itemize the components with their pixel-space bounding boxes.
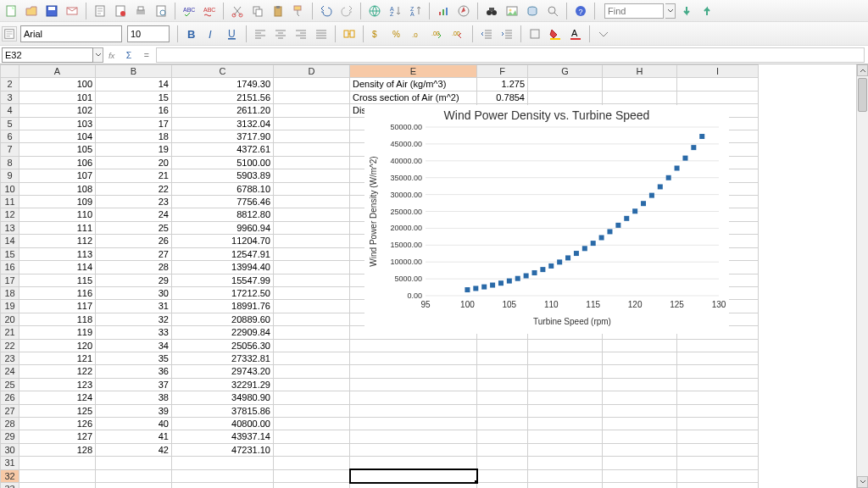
cell[interactable]: 128 bbox=[19, 443, 96, 456]
cell[interactable] bbox=[603, 469, 677, 482]
cell[interactable] bbox=[603, 483, 677, 489]
cell[interactable] bbox=[350, 443, 477, 456]
cell[interactable]: 27 bbox=[96, 247, 172, 260]
cell[interactable]: 40800.00 bbox=[172, 417, 274, 430]
cell[interactable] bbox=[603, 430, 677, 443]
cell[interactable] bbox=[528, 404, 603, 417]
cell[interactable] bbox=[274, 352, 350, 364]
navigator-icon[interactable] bbox=[454, 2, 473, 20]
row-header[interactable]: 29 bbox=[1, 430, 19, 443]
formula-input[interactable] bbox=[156, 47, 865, 63]
cell[interactable]: 15 bbox=[96, 91, 172, 103]
row-header[interactable]: 14 bbox=[1, 235, 19, 247]
row-header[interactable]: 6 bbox=[1, 130, 19, 143]
cell[interactable] bbox=[677, 365, 759, 378]
cell[interactable]: 110 bbox=[19, 208, 96, 221]
cell[interactable] bbox=[528, 391, 603, 404]
cell[interactable]: 15547.99 bbox=[172, 274, 274, 286]
cell[interactable] bbox=[19, 483, 96, 489]
cell[interactable]: 19 bbox=[96, 143, 172, 156]
cell[interactable] bbox=[350, 352, 477, 364]
cell[interactable]: 120 bbox=[19, 339, 96, 352]
styles-icon[interactable] bbox=[2, 26, 17, 42]
find-input[interactable] bbox=[604, 3, 664, 19]
cell[interactable] bbox=[274, 313, 350, 325]
find-prev-up-icon[interactable] bbox=[698, 2, 716, 20]
cell[interactable]: 12547.91 bbox=[172, 247, 274, 260]
datasources-icon[interactable] bbox=[523, 2, 542, 20]
cell[interactable] bbox=[528, 339, 603, 352]
row-header[interactable]: 24 bbox=[1, 365, 19, 378]
cell[interactable]: 119 bbox=[19, 326, 96, 339]
cell[interactable]: 22909.84 bbox=[172, 326, 274, 339]
preview-icon[interactable] bbox=[152, 2, 170, 20]
row-header[interactable]: 12 bbox=[1, 208, 19, 221]
row-header[interactable]: 22 bbox=[1, 339, 19, 352]
cell[interactable]: 122 bbox=[19, 365, 96, 378]
cell[interactable] bbox=[274, 182, 350, 195]
col-header-H[interactable]: H bbox=[603, 65, 677, 78]
fx-wizard-icon[interactable]: fx bbox=[105, 47, 122, 63]
row-header[interactable]: 30 bbox=[1, 443, 19, 456]
cell[interactable] bbox=[274, 469, 350, 482]
find-dropdown-icon[interactable] bbox=[665, 3, 676, 19]
cell[interactable] bbox=[274, 143, 350, 156]
equals-icon[interactable]: = bbox=[139, 47, 156, 63]
row-header[interactable]: 11 bbox=[1, 196, 19, 208]
cell[interactable]: 106 bbox=[19, 156, 96, 169]
cell[interactable] bbox=[677, 378, 759, 391]
cell[interactable]: 104 bbox=[19, 130, 96, 143]
cell[interactable]: 116 bbox=[19, 286, 96, 299]
cell[interactable] bbox=[274, 404, 350, 417]
cell[interactable] bbox=[477, 483, 528, 489]
cell[interactable]: 30 bbox=[96, 286, 172, 299]
cell[interactable]: 100 bbox=[19, 78, 96, 91]
sum-icon[interactable]: Σ bbox=[122, 47, 139, 63]
gallery-icon[interactable] bbox=[503, 2, 521, 20]
cell[interactable] bbox=[172, 483, 274, 489]
find-next-down-icon[interactable] bbox=[677, 2, 696, 20]
cell[interactable]: 37 bbox=[96, 378, 172, 391]
col-header-E[interactable]: E bbox=[350, 65, 477, 78]
cell[interactable]: 124 bbox=[19, 391, 96, 404]
cell[interactable] bbox=[477, 378, 528, 391]
cell[interactable]: 121 bbox=[19, 352, 96, 364]
cell[interactable]: 105 bbox=[19, 143, 96, 156]
cell[interactable]: 14 bbox=[96, 78, 172, 91]
cell[interactable] bbox=[274, 208, 350, 221]
cell[interactable] bbox=[528, 352, 603, 364]
cell[interactable]: 8812.80 bbox=[172, 208, 274, 221]
cell[interactable] bbox=[274, 196, 350, 208]
cell[interactable]: 22 bbox=[96, 182, 172, 195]
underline-icon[interactable]: U bbox=[223, 25, 242, 43]
format-paint-icon[interactable] bbox=[289, 2, 308, 20]
cell[interactable]: 113 bbox=[19, 247, 96, 260]
cell[interactable] bbox=[603, 378, 677, 391]
cell[interactable]: 11204.70 bbox=[172, 235, 274, 247]
cell[interactable]: 23 bbox=[96, 196, 172, 208]
cell[interactable] bbox=[528, 91, 603, 103]
cell[interactable]: 16 bbox=[96, 104, 172, 117]
font-size-select[interactable] bbox=[127, 25, 170, 42]
cell[interactable] bbox=[603, 391, 677, 404]
row-header[interactable]: 15 bbox=[1, 247, 19, 260]
cell[interactable] bbox=[96, 457, 172, 469]
cell[interactable] bbox=[477, 469, 528, 482]
redo-icon[interactable] bbox=[337, 2, 356, 20]
undo-icon[interactable] bbox=[317, 2, 336, 20]
row-header[interactable]: 10 bbox=[1, 182, 19, 195]
autospell-icon[interactable]: ABC bbox=[200, 2, 219, 20]
cell[interactable] bbox=[19, 469, 96, 482]
open-icon[interactable] bbox=[22, 2, 41, 20]
cell[interactable]: 37815.86 bbox=[172, 404, 274, 417]
email-icon[interactable] bbox=[63, 2, 81, 20]
row-header[interactable]: 16 bbox=[1, 261, 19, 274]
cell[interactable]: 17 bbox=[96, 117, 172, 130]
cell[interactable] bbox=[274, 261, 350, 274]
row-header[interactable]: 17 bbox=[1, 274, 19, 286]
name-box-dropdown-icon[interactable] bbox=[93, 47, 103, 63]
cell[interactable]: Cross section of Air (m^2) bbox=[350, 91, 477, 103]
cell[interactable] bbox=[677, 91, 759, 103]
cell[interactable] bbox=[677, 404, 759, 417]
spreadsheet-grid[interactable]: ABCDEFGHI 2100141749.30Density of Air (k… bbox=[0, 64, 868, 488]
